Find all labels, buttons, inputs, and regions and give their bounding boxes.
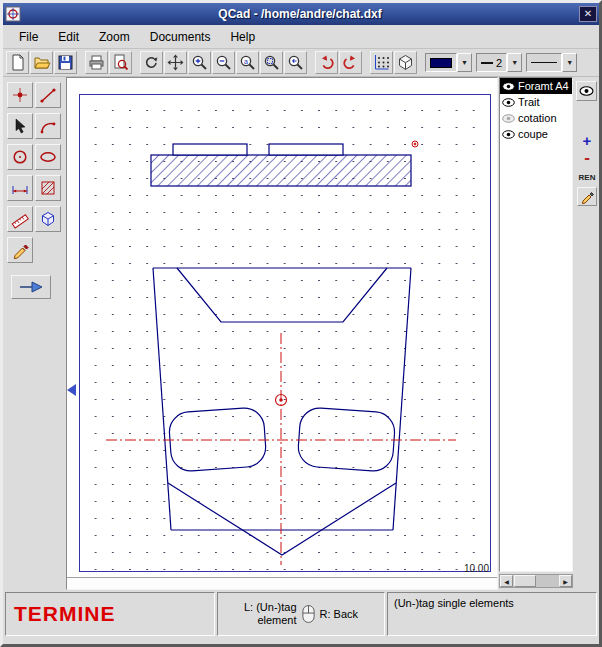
layer-item[interactable]: Foramt A4	[500, 78, 572, 94]
eye-icon[interactable]	[502, 98, 515, 107]
print-icon	[87, 53, 106, 72]
lines-tool-icon	[38, 85, 58, 105]
isometric-view-button[interactable]	[394, 51, 417, 74]
grid-spacing-label: 10.00	[464, 563, 489, 574]
toggle-all-layers-button[interactable]	[576, 81, 597, 101]
tool-lines-button[interactable]	[35, 82, 61, 108]
open-file-icon	[32, 53, 51, 72]
zoom-in-button[interactable]	[188, 51, 211, 74]
circles-tool-icon	[10, 147, 30, 167]
right-button-hint: R: Back	[320, 608, 359, 620]
redo-button[interactable]	[339, 51, 362, 74]
close-button[interactable]: ✕	[579, 6, 597, 22]
tool-hatch-button[interactable]	[35, 175, 61, 201]
redraw-icon	[142, 53, 161, 72]
layer-item[interactable]: cotation	[500, 110, 572, 126]
zoom-previous-button[interactable]	[284, 51, 307, 74]
layer-name: coupe	[518, 128, 548, 140]
open-file-button[interactable]	[30, 51, 53, 74]
tool-modify-button[interactable]	[7, 237, 33, 263]
paper-sheet	[79, 94, 491, 572]
save-file-button[interactable]	[54, 51, 77, 74]
save-file-icon	[56, 53, 75, 72]
eye-icon[interactable]	[502, 130, 515, 139]
redo-icon	[341, 53, 360, 72]
color-combobox[interactable]: ▼	[425, 53, 472, 72]
zoom-window-button[interactable]	[260, 51, 283, 74]
action-help-text: (Un-)tag single elements	[387, 592, 597, 636]
layer-item[interactable]: Trait	[500, 94, 572, 110]
dimensions-tool-icon	[10, 178, 30, 198]
remove-layer-button[interactable]: -	[578, 151, 596, 167]
eye-closed-icon[interactable]	[502, 114, 515, 123]
line-width-value: 2	[496, 57, 502, 69]
zoom-out-button[interactable]	[212, 51, 235, 74]
arcs-tool-icon	[38, 116, 58, 136]
canvas-horizontal-scrollbar[interactable]	[67, 577, 497, 589]
line-width-sample	[481, 62, 493, 64]
layer-name: cotation	[518, 112, 557, 124]
tool-circles-button[interactable]	[7, 144, 33, 170]
menu-documents[interactable]: Documents	[140, 27, 221, 47]
redraw-button[interactable]	[140, 51, 163, 74]
tool-measure-button[interactable]	[7, 206, 33, 232]
undo-button[interactable]	[315, 51, 338, 74]
grid-toggle-button[interactable]	[370, 51, 393, 74]
menu-help[interactable]: Help	[220, 27, 265, 47]
line-width-combobox-arrow-icon[interactable]: ▼	[507, 53, 522, 72]
tool-dimensions-button[interactable]	[7, 175, 33, 201]
svg-text:a: a	[244, 58, 248, 65]
statusbar: TERMINE L: (Un-)tag element R: Back (Un-…	[3, 590, 599, 639]
hatch-tool-icon	[38, 178, 58, 198]
tool-arcs-button[interactable]	[35, 113, 61, 139]
tool-select-button[interactable]	[7, 113, 33, 139]
ellipses-tool-icon	[38, 147, 58, 167]
main-area: 10.00 Foramt A4 Trait cotation	[3, 77, 599, 590]
scrollbar-track[interactable]	[513, 575, 559, 587]
cad-tool-panel	[3, 77, 66, 590]
tool-ellipses-button[interactable]	[35, 144, 61, 170]
drawing-canvas[interactable]: 10.00	[66, 77, 498, 590]
layer-list: Foramt A4 Trait cotation coupe	[499, 77, 573, 572]
left-button-hint: L: (Un-)tag element	[244, 601, 297, 626]
scrollbar-thumb[interactable]	[514, 575, 536, 587]
qcad-app-icon	[5, 6, 21, 22]
color-combobox-arrow-icon[interactable]: ▼	[457, 53, 472, 72]
layer-item[interactable]: coupe	[500, 126, 572, 142]
line-width-combobox[interactable]: 2 ▼	[476, 53, 522, 72]
eye-icon	[579, 86, 594, 96]
line-style-combobox[interactable]: ▼	[526, 53, 577, 72]
menu-file[interactable]: File	[9, 27, 48, 47]
layer-name: Foramt A4	[518, 80, 569, 92]
tool-blocks-button[interactable]	[35, 206, 61, 232]
blocks-tool-icon	[38, 209, 58, 229]
line-style-combobox-arrow-icon[interactable]: ▼	[562, 53, 577, 72]
tool-forward-button[interactable]	[11, 275, 51, 299]
menu-zoom[interactable]: Zoom	[89, 27, 140, 47]
qcad-window: QCad - /home/andre/chat.dxf ✕ File Edit …	[0, 0, 602, 647]
undo-icon	[317, 53, 336, 72]
new-file-button[interactable]	[6, 51, 29, 74]
eye-icon[interactable]	[502, 82, 515, 91]
layer-list-scrollbar[interactable]: ◀ ▶	[499, 574, 573, 588]
scroll-left-icon[interactable]: ◀	[500, 575, 513, 587]
rename-layer-button[interactable]: REN	[577, 173, 597, 184]
mouse-icon	[301, 604, 316, 624]
pan-icon	[166, 53, 185, 72]
print-preview-button[interactable]	[109, 51, 132, 74]
zoom-out-icon	[214, 53, 233, 72]
window-title: QCad - /home/andre/chat.dxf	[25, 7, 575, 21]
titlebar[interactable]: QCad - /home/andre/chat.dxf ✕	[3, 3, 599, 25]
points-tool-icon	[10, 85, 30, 105]
command-line[interactable]: TERMINE	[5, 592, 215, 636]
pan-button[interactable]	[164, 51, 187, 74]
scroll-right-icon[interactable]: ▶	[559, 575, 572, 587]
tool-points-button[interactable]	[7, 82, 33, 108]
print-button[interactable]	[85, 51, 108, 74]
toolbar-separator	[308, 51, 315, 74]
edit-layer-button[interactable]	[577, 187, 597, 206]
add-layer-button[interactable]: +	[578, 133, 596, 149]
menu-edit[interactable]: Edit	[48, 27, 89, 47]
toolbar-separator	[418, 51, 425, 74]
zoom-auto-button[interactable]: a	[236, 51, 259, 74]
